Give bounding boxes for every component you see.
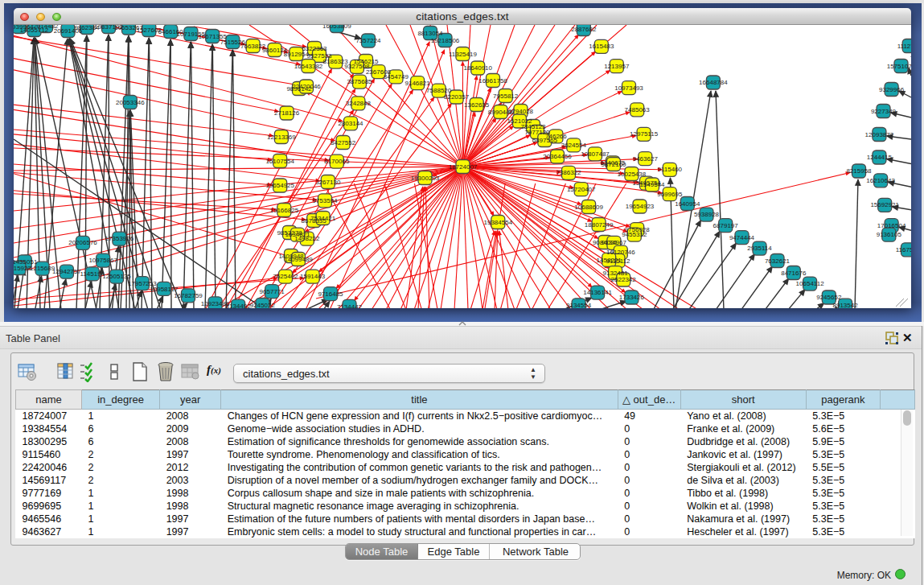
svg-text:15751074: 15751074 xyxy=(887,63,911,70)
svg-text:14136141: 14136141 xyxy=(583,289,612,296)
svg-text:9134554: 9134554 xyxy=(566,302,592,308)
svg-text:19654923: 19654923 xyxy=(626,203,655,210)
svg-text:8220357: 8220357 xyxy=(444,93,470,101)
svg-text:9245032: 9245032 xyxy=(250,302,276,308)
svg-text:8134492: 8134492 xyxy=(226,303,252,308)
svg-text:5938928: 5938928 xyxy=(694,211,720,218)
svg-text:8215958: 8215958 xyxy=(846,167,872,175)
svg-text:1733426: 1733426 xyxy=(619,294,645,301)
svg-text:10025438: 10025438 xyxy=(618,171,647,178)
svg-text:2803144: 2803144 xyxy=(338,120,363,127)
svg-text:11325419: 11325419 xyxy=(449,51,478,58)
svg-text:2935114: 2935114 xyxy=(747,245,772,252)
svg-text:1244415: 1244415 xyxy=(867,154,893,161)
svg-text:16543382: 16543382 xyxy=(294,63,323,70)
svg-text:8813054: 8813054 xyxy=(417,30,443,37)
svg-text:8170065: 8170065 xyxy=(324,158,350,165)
svg-text:15692921: 15692921 xyxy=(870,201,899,208)
svg-text:9753594: 9753594 xyxy=(312,197,338,204)
svg-text:1615483: 1615483 xyxy=(589,43,614,50)
svg-text:1591443: 1591443 xyxy=(300,273,326,280)
svg-text:9455312: 9455312 xyxy=(622,231,647,238)
svg-text:6794028: 6794028 xyxy=(508,108,534,115)
svg-text:19384554: 19384554 xyxy=(484,219,513,226)
svg-text:20364456: 20364456 xyxy=(543,153,572,160)
svg-text:16782759: 16782759 xyxy=(174,292,203,299)
svg-text:9115460: 9115460 xyxy=(658,166,683,173)
svg-text:9134967: 9134967 xyxy=(602,239,627,246)
svg-text:16053809: 16053809 xyxy=(322,25,351,30)
svg-text:9657771: 9657771 xyxy=(260,288,285,295)
svg-text:16107554: 16107554 xyxy=(265,158,294,165)
svg-text:12213369: 12213369 xyxy=(267,134,296,141)
svg-text:8471676: 8471676 xyxy=(781,270,807,277)
svg-text:6879197: 6879197 xyxy=(713,222,739,229)
svg-text:16961758: 16961758 xyxy=(478,77,507,84)
svg-text:2522342: 2522342 xyxy=(611,276,637,283)
svg-text:12942757: 12942757 xyxy=(52,268,81,275)
svg-text:3267130: 3267130 xyxy=(315,179,341,186)
svg-text:5322363: 5322363 xyxy=(302,45,327,52)
svg-text:9136105: 9136105 xyxy=(877,231,902,238)
svg-text:2887682: 2887682 xyxy=(571,26,597,33)
svg-text:7632621: 7632621 xyxy=(765,257,791,265)
svg-text:2718126: 2718126 xyxy=(274,109,300,117)
svg-text:9146821: 9146821 xyxy=(405,80,431,87)
svg-text:12975115: 12975115 xyxy=(630,130,659,138)
svg-text:1215689: 1215689 xyxy=(30,265,55,272)
svg-text:9329966: 9329966 xyxy=(879,86,905,93)
svg-text:15720407: 15720407 xyxy=(567,186,596,193)
svg-text:16210643: 16210643 xyxy=(866,177,895,184)
svg-text:9227349: 9227349 xyxy=(871,108,897,115)
svg-text:1362635: 1362635 xyxy=(464,101,490,109)
svg-text:10973493: 10973493 xyxy=(614,84,643,92)
svg-text:9716485: 9716485 xyxy=(318,290,343,298)
svg-text:7534421: 7534421 xyxy=(310,215,336,222)
svg-text:1634821: 1634821 xyxy=(285,231,310,238)
svg-text:9463627: 9463627 xyxy=(633,155,659,163)
svg-text:20206576: 20206576 xyxy=(68,239,97,246)
svg-text:19300293: 19300293 xyxy=(411,175,440,182)
svg-text:1112753: 1112753 xyxy=(897,43,911,50)
svg-text:8913542: 8913542 xyxy=(833,302,859,308)
svg-text:10975867: 10975867 xyxy=(88,257,117,264)
svg-text:7134442: 7134442 xyxy=(337,303,363,309)
svg-text:9474444: 9474444 xyxy=(729,234,755,241)
svg-text:7357224: 7357224 xyxy=(355,37,381,44)
svg-text:10688609: 10688609 xyxy=(574,204,603,211)
svg-text:14099489: 14099489 xyxy=(284,256,313,263)
svg-text:1167533: 1167533 xyxy=(896,246,911,253)
svg-text:9699695: 9699695 xyxy=(657,191,683,198)
svg-text:10654112: 10654112 xyxy=(796,280,825,287)
svg-text:9872160: 9872160 xyxy=(601,161,626,168)
svg-text:1213957: 1213957 xyxy=(604,63,630,70)
svg-text:16120746: 16120746 xyxy=(606,249,635,256)
svg-text:20053346: 20053346 xyxy=(116,99,145,106)
svg-text:1549544: 1549544 xyxy=(639,181,665,188)
svg-text:18807249: 18807249 xyxy=(585,221,614,229)
svg-text:22420046: 22420046 xyxy=(292,83,321,90)
svg-text:7386322: 7386322 xyxy=(556,169,581,176)
svg-text:3242848: 3242848 xyxy=(346,100,372,107)
svg-text:9245652: 9245652 xyxy=(816,294,842,301)
svg-text:7485063: 7485063 xyxy=(625,106,651,113)
svg-text:19166825: 19166825 xyxy=(270,207,299,214)
svg-text:12505135: 12505135 xyxy=(102,273,131,280)
svg-text:17353926: 17353926 xyxy=(105,235,134,242)
svg-text:16648784: 16648784 xyxy=(699,79,728,86)
svg-text:12093872: 12093872 xyxy=(865,131,894,138)
svg-text:18724007: 18724007 xyxy=(449,163,478,171)
svg-text:10807487: 10807487 xyxy=(581,150,610,158)
svg-text:3875685: 3875685 xyxy=(347,78,372,85)
svg-text:3624554: 3624554 xyxy=(561,142,587,149)
svg-text:746266: 746266 xyxy=(545,133,567,140)
svg-text:17016504: 17016504 xyxy=(877,222,906,229)
svg-text:19218506: 19218506 xyxy=(431,37,460,44)
svg-text:7625402: 7625402 xyxy=(273,273,298,280)
svg-text:19654925: 19654925 xyxy=(265,182,294,189)
svg-text:8427552: 8427552 xyxy=(331,139,356,146)
svg-text:18640910: 18640910 xyxy=(463,64,492,72)
svg-text:1640954: 1640954 xyxy=(675,200,700,208)
svg-text:7955812: 7955812 xyxy=(493,93,519,100)
svg-text:1458221: 1458221 xyxy=(597,257,622,264)
